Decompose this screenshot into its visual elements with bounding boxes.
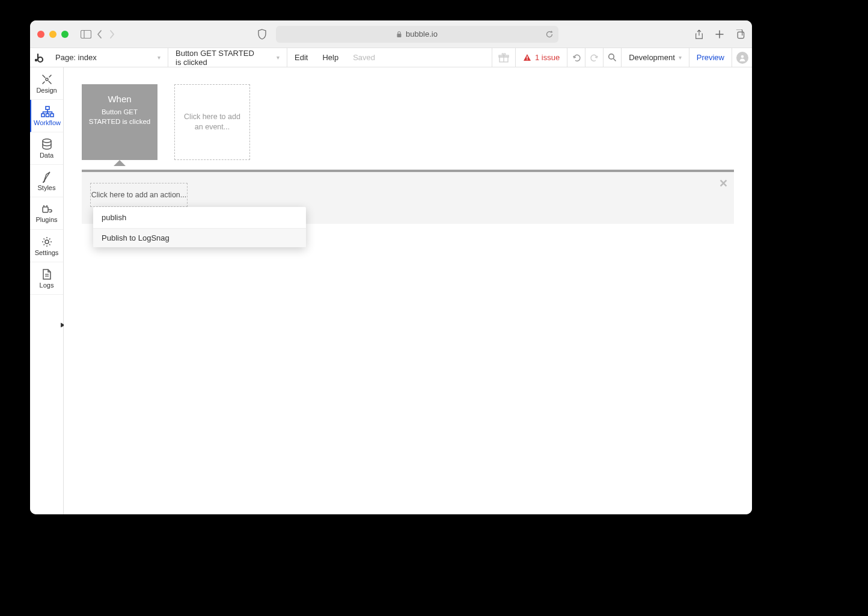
maximize-window-button[interactable] (61, 31, 69, 38)
add-action-card[interactable]: Click here to add an action... (90, 183, 188, 207)
sidebar-item-data[interactable]: Data (30, 132, 63, 165)
close-icon[interactable]: ✕ (719, 177, 728, 190)
sidebar-item-label: Logs (40, 282, 54, 289)
reload-icon[interactable] (545, 30, 554, 38)
forward-button[interactable] (108, 29, 115, 39)
svg-point-4 (35, 58, 37, 61)
issues-count: 1 issue (535, 53, 560, 62)
issues-indicator[interactable]: 1 issue (515, 48, 567, 67)
save-status: Saved (346, 48, 382, 67)
workflow-icon (41, 106, 54, 118)
minimize-window-button[interactable] (49, 31, 57, 38)
bubble-logo[interactable] (30, 48, 48, 67)
sidebar-item-plugins[interactable]: Plugins (30, 197, 63, 230)
sidebar-item-settings[interactable]: Settings (30, 230, 63, 262)
event-when-label: When (108, 94, 131, 104)
svg-point-10 (609, 54, 614, 60)
gear-icon (41, 236, 53, 248)
left-sidebar: Design Workflow Data Styles (30, 67, 64, 514)
dropdown-option-publish-logsnag[interactable]: Publish to LogSnag (93, 229, 306, 247)
event-description: Button GET STARTED is clicked (87, 108, 153, 126)
add-action-placeholder: Click here to add an action... (91, 191, 186, 199)
chevron-down-icon: ▾ (679, 54, 682, 61)
svg-rect-2 (397, 34, 402, 37)
traffic-lights (37, 31, 69, 38)
events-row: When Button GET STARTED is clicked Click… (64, 67, 752, 160)
svg-rect-14 (46, 106, 49, 109)
svg-point-13 (46, 78, 48, 81)
url-text: bubble.io (406, 29, 438, 38)
action-search-input[interactable]: publish (93, 207, 306, 229)
svg-point-18 (43, 139, 51, 143)
sidebar-item-styles[interactable]: Styles (30, 165, 63, 197)
plugins-icon (41, 204, 53, 215)
browser-window: bubble.io Page: index ▾ Bu (30, 20, 752, 514)
undo-button[interactable] (567, 48, 585, 67)
styles-icon (41, 171, 52, 183)
sidebar-item-label: Settings (35, 249, 59, 256)
search-button[interactable] (603, 48, 621, 67)
lock-icon (396, 31, 402, 38)
user-avatar[interactable] (732, 48, 752, 67)
environment-label: Development (629, 53, 675, 62)
sidebar-item-label: Plugins (35, 216, 57, 223)
preview-link[interactable]: Preview (689, 48, 732, 67)
privacy-shield-icon[interactable] (254, 29, 270, 40)
url-bar[interactable]: bubble.io (276, 26, 558, 43)
share-icon[interactable] (694, 29, 704, 39)
page-selector[interactable]: Page: index ▾ (48, 48, 168, 67)
logs-icon (42, 268, 52, 280)
chevron-down-icon: ▾ (258, 54, 280, 61)
avatar-icon (736, 52, 748, 64)
sidebar-item-design[interactable]: Design (30, 67, 63, 100)
svg-line-11 (614, 59, 616, 61)
page-label-prefix: Page: (55, 53, 76, 62)
sidebar-item-label: Design (36, 87, 57, 94)
add-event-placeholder: Click here to add an event... (182, 112, 242, 133)
tabs-overview-icon[interactable] (735, 29, 745, 39)
sidebar-item-workflow[interactable]: Workflow (30, 100, 63, 132)
svg-rect-17 (50, 114, 53, 117)
main-area: Design Workflow Data Styles (30, 67, 752, 514)
action-search-dropdown: publish Publish to LogSnag (93, 207, 306, 247)
svg-point-22 (45, 240, 49, 244)
event-name: Button GET STARTED is clicked (176, 49, 258, 67)
event-selector[interactable]: Button GET STARTED is clicked ▾ (168, 48, 287, 67)
add-event-card[interactable]: Click here to add an event... (174, 84, 250, 160)
design-icon (41, 73, 53, 85)
page-name: index (78, 53, 97, 62)
data-icon (41, 138, 52, 150)
app-header: Page: index ▾ Button GET STARTED is clic… (30, 48, 752, 67)
svg-rect-19 (43, 207, 48, 212)
sidebar-item-logs[interactable]: Logs (30, 262, 63, 295)
svg-rect-15 (41, 114, 44, 117)
close-window-button[interactable] (37, 31, 44, 38)
event-card-selected[interactable]: When Button GET STARTED is clicked (82, 84, 157, 160)
svg-rect-16 (46, 114, 49, 117)
svg-rect-9 (527, 59, 527, 60)
gift-icon[interactable] (492, 48, 515, 67)
back-button[interactable] (96, 29, 103, 39)
chrome-right-controls (694, 29, 745, 39)
sidebar-item-label: Data (40, 152, 53, 159)
chevron-down-icon: ▾ (139, 54, 160, 61)
svg-rect-0 (81, 30, 91, 38)
svg-rect-8 (527, 57, 527, 59)
edit-link[interactable]: Edit (287, 48, 315, 67)
environment-selector[interactable]: Development ▾ (621, 48, 689, 67)
svg-point-12 (741, 55, 744, 58)
redo-button[interactable] (585, 48, 603, 67)
svg-rect-3 (738, 32, 744, 38)
warning-icon (523, 54, 531, 61)
sidebar-toggle-icon[interactable] (78, 30, 94, 38)
workflow-canvas: When Button GET STARTED is clicked Click… (64, 67, 752, 514)
new-tab-icon[interactable] (715, 29, 724, 39)
help-link[interactable]: Help (315, 48, 346, 67)
browser-chrome: bubble.io (30, 20, 752, 48)
sidebar-item-label: Workflow (34, 119, 61, 126)
sidebar-item-label: Styles (38, 184, 56, 191)
